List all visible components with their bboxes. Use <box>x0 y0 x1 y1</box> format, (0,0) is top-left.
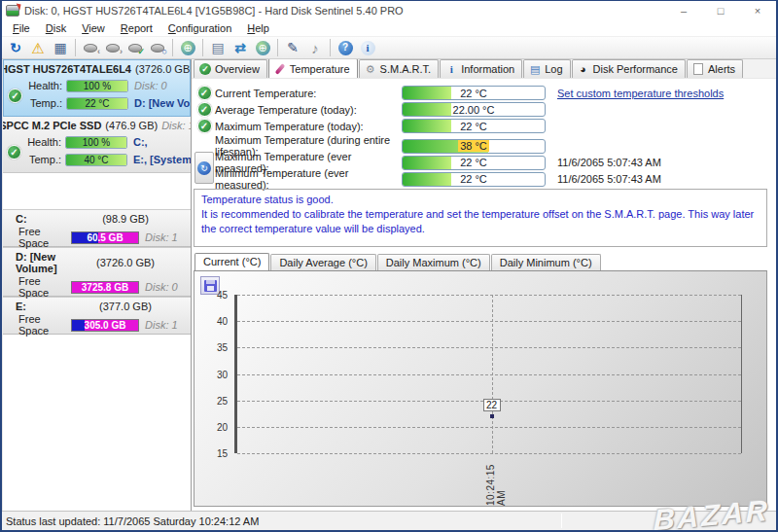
help-button[interactable]: ? <box>335 38 356 58</box>
about-button[interactable]: i <box>357 38 378 58</box>
menu-view[interactable]: View <box>74 21 113 35</box>
partition-size: (377.0 GB) <box>89 301 161 312</box>
previous-disk-button[interactable]: ‹ <box>80 38 101 58</box>
menu-disk[interactable]: Disk <box>38 21 74 35</box>
free-space-value: 60.5 GB <box>72 232 138 243</box>
maximize-button[interactable]: □ <box>702 1 739 20</box>
report-icon: ▤ <box>211 41 224 54</box>
temp-bar: 40 °C <box>65 154 127 166</box>
disk-number: Disk: 1 <box>139 319 191 331</box>
settings-button[interactable]: ✎ <box>282 38 303 58</box>
free-space-bar: 305.0 GB <box>71 319 139 332</box>
chart-tab-daily-minimum[interactable]: Daily Minimum (°C) <box>491 254 601 270</box>
menu-file[interactable]: File <box>5 21 38 35</box>
tab-disk-performance[interactable]: ◕ Disk Performance <box>572 59 686 78</box>
status-line-2: It is recommended to calibrate the tempe… <box>201 207 760 236</box>
tab-log[interactable]: ▤ Log <box>523 59 570 78</box>
y-tick-label: 25 <box>198 396 228 407</box>
temp-row-value: 22 °C <box>403 120 545 132</box>
y-tick-label: 15 <box>198 448 228 459</box>
disk-number: Disk: 1 <box>139 231 191 243</box>
grid-line <box>237 374 741 375</box>
disk-ok-icon: ✓ <box>128 44 142 53</box>
chart-tab-strip: Current (°C) Daily Average (°C) Daily Ma… <box>194 253 768 270</box>
disk-volumes[interactable]: C:, <box>127 136 191 148</box>
next-disk-button[interactable]: › <box>102 38 124 58</box>
tab-overview[interactable]: ✓ Overview <box>194 59 267 78</box>
partition-size: (98.9 GB) <box>89 213 161 225</box>
refresh-button[interactable]: ↻ <box>5 38 26 58</box>
temp-value: 22 °C <box>67 98 127 109</box>
chart-tab-daily-maximum[interactable]: Daily Maximum (°C) <box>377 254 490 270</box>
status-line-1: Temperature status is good. <box>201 193 760 207</box>
sound-button[interactable]: ♪ <box>304 38 326 58</box>
network-button[interactable]: ⊕ <box>177 38 198 58</box>
disk-entry-spcc[interactable]: SPCC M.2 PCIe SSD (476.9 GB) Disk: 1 ✓ H… <box>3 117 191 173</box>
sync-icon: ⇄ <box>234 41 246 54</box>
tab-information[interactable]: i Information <box>440 59 522 78</box>
y-axis-labels: 45403530252015 <box>194 295 231 453</box>
disk-previous-icon: ‹ <box>84 44 97 53</box>
remote-monitor-button[interactable]: ⊕ <box>252 38 273 58</box>
tab-alerts[interactable]: Alerts <box>687 59 743 78</box>
gauge-icon: ◕ <box>578 63 589 75</box>
disk-name: SPCC M.2 PCIe SSD <box>3 120 101 131</box>
disk-status-button[interactable]: ✓ <box>124 38 146 58</box>
temp-label: Temp.: <box>24 154 65 165</box>
free-space-value: 305.0 GB <box>72 320 138 331</box>
free-space-value: 3725.8 GB <box>72 282 138 293</box>
partition-entry-c[interactable]: C: (98.9 GB) Free Space 60.5 GB Disk: 1 <box>3 209 191 247</box>
close-button[interactable]: × <box>739 1 776 20</box>
y-tick-label: 35 <box>198 342 228 353</box>
grid-line <box>237 295 741 296</box>
disk-volumes[interactable]: E:, [System R <box>127 154 191 165</box>
check-icon: ✓ <box>199 63 211 75</box>
health-bar: 100 % <box>66 80 128 92</box>
health-value: 100 % <box>66 137 126 148</box>
system-overview-button[interactable]: ▦ <box>50 38 71 58</box>
partition-entry-d[interactable]: D: [New Volume] (3726.0 GB) Free Space 3… <box>3 247 191 297</box>
free-space-label: Free Space <box>18 313 71 337</box>
refresh-icon: ↻ <box>10 41 21 54</box>
chart-tab-current[interactable]: Current (°C) <box>194 253 269 270</box>
disk-entry-hgst[interactable]: HGST HUS726T4TALE6L4 (3726.0 GB) ✓ Healt… <box>3 59 191 117</box>
y-tick-label: 45 <box>198 290 228 301</box>
partition-entry-e[interactable]: E: (377.0 GB) Free Space 305.0 GB Disk: … <box>3 297 191 335</box>
disk-volumes[interactable]: D: [New Volu <box>128 97 190 109</box>
window-title: Disk: 0, HGST HUS726T4TALE6L4 [V1G5B98C]… <box>24 5 665 17</box>
menu-report[interactable]: Report <box>113 21 160 35</box>
temp-bar: 22 °C <box>66 97 128 110</box>
health-ok-icon: ✓ <box>7 145 21 160</box>
alert-button[interactable]: ⚠ <box>27 38 49 58</box>
temp-row-value: 22 °C <box>403 157 545 169</box>
tab-temperature[interactable]: Temperature <box>268 59 358 78</box>
status-ok-icon: ✓ <box>197 102 212 117</box>
point-guide-line <box>492 295 493 453</box>
minimize-button[interactable]: – <box>665 1 702 20</box>
app-icon <box>6 5 19 17</box>
log-icon: ▤ <box>529 63 541 75</box>
status-text: Status last updated: 11/7/2065 Saturday … <box>6 515 259 527</box>
chart-tab-daily-average[interactable]: Daily Average (°C) <box>270 254 375 270</box>
sync-button[interactable]: ⇄ <box>230 38 251 58</box>
free-space-bar: 60.5 GB <box>71 231 139 244</box>
report-button[interactable]: ▤ <box>207 38 229 58</box>
warning-icon: ⚠ <box>31 41 44 55</box>
disk-search-icon: ○ <box>151 44 164 53</box>
plot-area: 22 <box>234 295 742 453</box>
toolbar-separator <box>202 39 203 56</box>
temp-row-value: 22.00 °C <box>403 103 545 116</box>
menu-bar: File Disk View Report Configuration Help <box>2 20 776 37</box>
tab-smart[interactable]: ⚙ S.M.A.R.T. <box>359 59 440 78</box>
status-ok-icon: ✓ <box>197 119 212 133</box>
y-tick-label: 40 <box>198 316 228 327</box>
menu-configuration[interactable]: Configuration <box>160 21 239 35</box>
temperature-status-box: Temperature status is good. It is recomm… <box>194 189 767 247</box>
disk-detect-button[interactable]: ○ <box>147 38 168 58</box>
y-tick-label: 30 <box>198 370 228 380</box>
title-bar: Disk: 0, HGST HUS726T4TALE6L4 [V1G5B98C]… <box>2 1 776 20</box>
temp-row-value: 38 °C <box>458 140 489 152</box>
menu-help[interactable]: Help <box>239 21 277 35</box>
reset-measured-button[interactable]: ↻ <box>194 152 214 184</box>
set-thresholds-link[interactable]: Set custom temperature thresholds <box>557 88 724 99</box>
